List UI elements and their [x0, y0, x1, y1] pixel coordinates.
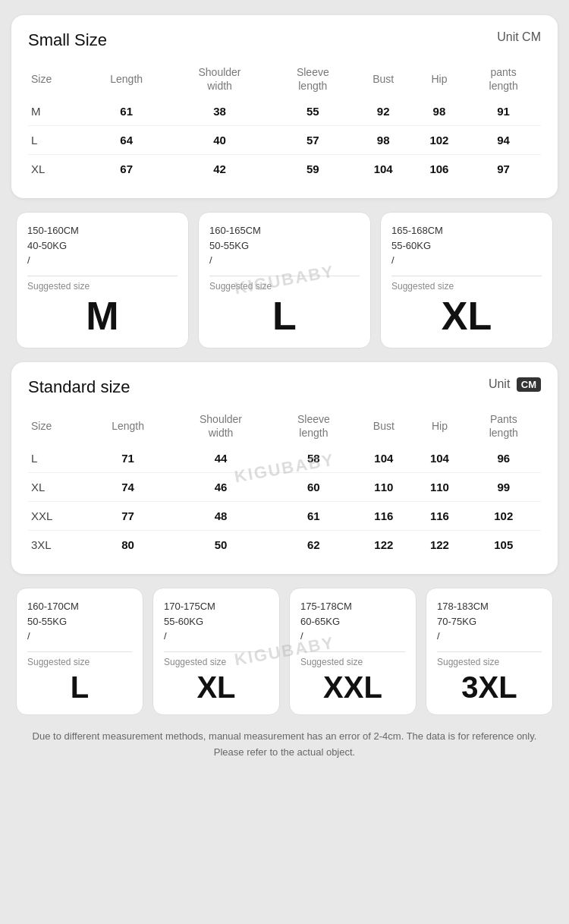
small-size-title: Small Size	[28, 30, 107, 50]
suggested-label: Suggested size	[437, 657, 499, 667]
small-table-header-row: Size Length Shoulderwidth Sleevelength B…	[28, 61, 541, 97]
height-range: 165-168CM55-60KG/	[391, 223, 443, 268]
suggested-label: Suggested size	[209, 281, 272, 292]
col-size-header: Size	[28, 61, 85, 97]
standard-size-card: Standard size Unit CM KIGUBABY Size Leng…	[11, 362, 558, 574]
divider	[391, 276, 542, 276]
suggestion-card: 170-175CM55-60KG/ Suggested size XL	[152, 588, 280, 715]
small-size-card: Small Size Unit CM Size Length Shoulderw…	[11, 15, 558, 198]
height-range: 178-183CM70-75KG/	[437, 599, 489, 644]
suggestion-card: 150-160CM40-50KG/ Suggested size M	[16, 212, 189, 348]
divider	[437, 651, 542, 652]
footer-note: Due to different measurement methods, ma…	[11, 729, 558, 761]
height-range: 175-178CM60-65KG/	[300, 599, 352, 644]
suggested-label: Suggested size	[27, 281, 90, 292]
height-range: 160-170CM50-55KG/	[27, 599, 79, 644]
std-col-bust: Bust	[355, 408, 413, 444]
std-col-hip: Hip	[413, 408, 466, 444]
std-col-size: Size	[28, 408, 86, 444]
standard-suggestion-row: 160-170CM50-55KG/ Suggested size L 170-1…	[11, 588, 558, 715]
col-hip-header: Hip	[413, 61, 467, 97]
table-row: M613855929891	[28, 97, 541, 126]
suggestion-card: 160-165CM50-55KG/ Suggested size L	[198, 212, 371, 348]
suggestion-card: 165-168CM55-60KG/ Suggested size XL	[380, 212, 553, 348]
height-range: 160-165CM50-55KG/	[209, 223, 261, 268]
standard-table-header-row: Size Length Shoulderwidth Sleevelength B…	[28, 408, 541, 444]
suggested-size: L	[27, 672, 132, 702]
col-sleeve-header: Sleevelength	[272, 61, 354, 97]
table-row: XL67425910410697	[28, 155, 541, 184]
suggested-label: Suggested size	[164, 657, 226, 667]
suggestion-card: 160-170CM50-55KG/ Suggested size L	[16, 588, 143, 715]
std-col-pants: Pantslength	[467, 408, 541, 444]
suggested-label: Suggested size	[27, 657, 90, 667]
suggested-size: XL	[164, 672, 269, 702]
col-bust-header: Bust	[354, 61, 413, 97]
col-shoulder-header: Shoulderwidth	[168, 61, 272, 97]
divider	[209, 276, 360, 276]
table-row: L6440579810294	[28, 126, 541, 155]
suggested-size: XXL	[300, 672, 405, 702]
small-size-unit: Unit CM	[497, 30, 541, 44]
std-col-shoulder: Shoulderwidth	[169, 408, 272, 444]
height-range: 150-160CM40-50KG/	[27, 223, 79, 268]
unit-badge: CM	[517, 377, 541, 392]
divider	[300, 651, 405, 652]
suggested-label: Suggested size	[300, 657, 363, 667]
suggested-size: XL	[391, 296, 542, 336]
divider	[164, 651, 269, 652]
small-size-header: Small Size Unit CM	[28, 30, 541, 50]
small-suggestion-row: 150-160CM40-50KG/ Suggested size M 160-1…	[11, 212, 558, 348]
suggestion-card: 178-183CM70-75KG/ Suggested size 3XL	[426, 588, 553, 715]
small-size-table: Size Length Shoulderwidth Sleevelength B…	[28, 61, 541, 183]
table-row: L71445810410496	[28, 444, 541, 473]
suggested-size: 3XL	[437, 672, 542, 702]
table-row: XL74466011011099	[28, 473, 541, 502]
divider	[27, 276, 178, 276]
suggested-size: L	[209, 296, 360, 336]
suggested-label: Suggested size	[391, 281, 454, 292]
suggested-size: M	[27, 296, 178, 336]
standard-size-header: Standard size Unit CM	[28, 377, 541, 397]
col-length-header: Length	[85, 61, 168, 97]
standard-size-table: Size Length Shoulderwidth Sleevelength B…	[28, 408, 541, 559]
height-range: 170-175CM55-60KG/	[164, 599, 215, 644]
divider	[27, 651, 132, 652]
standard-size-title: Standard size	[28, 377, 130, 397]
standard-size-unit: Unit CM	[489, 377, 541, 391]
table-row: 3XL805062122122105	[28, 531, 541, 560]
col-pants-header: pantslength	[466, 61, 541, 97]
std-col-sleeve: Sleevelength	[272, 408, 354, 444]
table-row: XXL774861116116102	[28, 502, 541, 531]
suggestion-card: 175-178CM60-65KG/ Suggested size XXL	[289, 588, 417, 715]
std-col-length: Length	[86, 408, 168, 444]
